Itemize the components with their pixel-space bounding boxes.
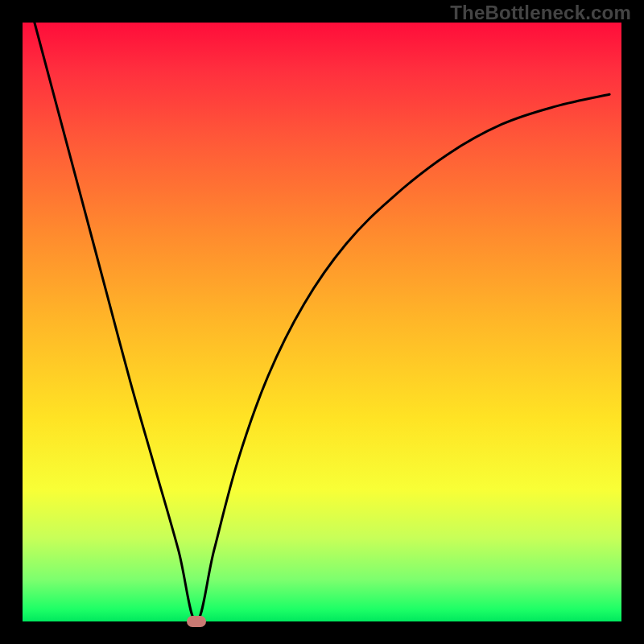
plot-area [23,23,621,621]
chart-frame: TheBottleneck.com [0,0,644,644]
watermark-text: TheBottleneck.com [450,2,631,24]
bottleneck-curve [23,23,621,621]
minimum-marker [187,616,206,627]
